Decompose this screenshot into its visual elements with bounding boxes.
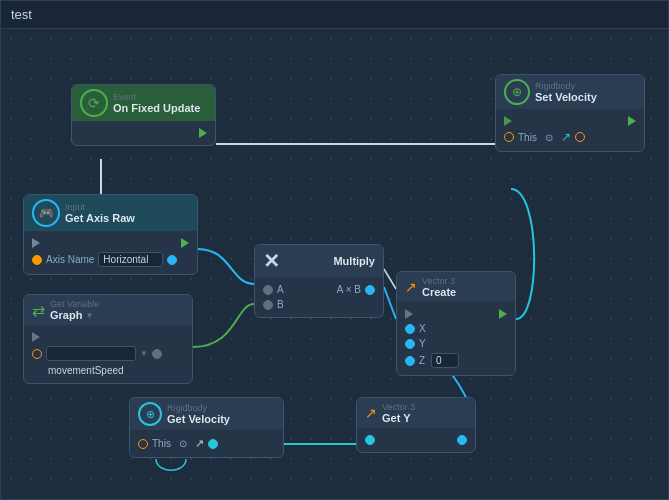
vector3-create-x-label: X xyxy=(419,323,426,334)
set-velocity-this-port-left[interactable] xyxy=(504,132,514,142)
get-variable-body: ▼ movementSpeed xyxy=(24,325,192,383)
node-vector3-gety[interactable]: ↗ Vector 3 Get Y xyxy=(356,397,476,453)
get-velocity-this-row: This ⊙ ↗ xyxy=(138,435,275,452)
fixed-update-exec-row xyxy=(80,126,207,140)
get-y-body xyxy=(357,428,475,452)
node-vector3-create[interactable]: ↗ Vector 3 Create X Y xyxy=(396,271,516,376)
get-velocity-body: This ⊙ ↗ xyxy=(130,430,283,457)
get-y-out-port[interactable] xyxy=(457,435,467,445)
multiply-a-label: A xyxy=(277,284,284,295)
node-multiply[interactable]: ✕ Multiply A A × B B xyxy=(254,244,384,318)
set-velocity-body: This ⊙ ↗ xyxy=(496,109,644,151)
get-variable-value-dropdown[interactable]: ▼ xyxy=(140,349,148,358)
get-variable-header: ⇄ Get Variable Graph ▼ xyxy=(24,295,192,325)
node-get-velocity[interactable]: ⊕ Rigidbody Get Velocity This ⊙ ↗ xyxy=(129,397,284,458)
multiply-b-port[interactable] xyxy=(263,300,273,310)
get-y-icon: ↗ xyxy=(365,405,377,421)
get-variable-value-row: ▼ xyxy=(32,344,184,363)
multiply-title: Multiply xyxy=(333,255,375,267)
get-velocity-title: Get Velocity xyxy=(167,413,230,425)
get-axis-exec-out[interactable] xyxy=(181,238,189,248)
get-variable-value-label: movementSpeed xyxy=(48,365,124,376)
multiply-a-row: A A × B xyxy=(263,282,375,297)
vector3-create-z-row: Z xyxy=(405,351,507,370)
get-axis-name-port-right[interactable] xyxy=(167,255,177,265)
get-y-port-row xyxy=(365,433,467,447)
window: test xyxy=(0,0,669,500)
set-velocity-title: Set Velocity xyxy=(535,91,597,103)
fixed-update-icon: ⟳ xyxy=(80,89,108,117)
get-variable-category: Get Variable xyxy=(50,299,99,309)
vector3-create-x-port[interactable] xyxy=(405,324,415,334)
vector3-create-header: ↗ Vector 3 Create xyxy=(397,272,515,302)
get-axis-header: 🎮 Input Get Axis Raw xyxy=(24,195,197,231)
get-y-title: Get Y xyxy=(382,412,415,424)
set-velocity-this-port-right[interactable] xyxy=(575,132,585,142)
get-axis-name-port[interactable] xyxy=(32,255,42,265)
get-variable-icon: ⇄ xyxy=(32,301,45,320)
vector3-create-y-row: Y xyxy=(405,336,507,351)
set-velocity-icon: ⊕ xyxy=(504,79,530,105)
get-axis-name-label: Axis Name xyxy=(46,254,94,265)
get-variable-exec-row xyxy=(32,330,184,344)
get-velocity-header: ⊕ Rigidbody Get Velocity xyxy=(130,398,283,430)
vector3-create-icon: ↗ xyxy=(405,279,417,295)
title-bar: test xyxy=(1,1,668,29)
fixed-update-exec-out[interactable] xyxy=(199,128,207,138)
node-set-velocity[interactable]: ⊕ Rigidbody Set Velocity This ⊙ ↗ xyxy=(495,74,645,152)
set-velocity-header: ⊕ Rigidbody Set Velocity xyxy=(496,75,644,109)
set-velocity-exec-out[interactable] xyxy=(628,116,636,126)
vector3-create-exec-out[interactable] xyxy=(499,309,507,319)
get-axis-name-row: Axis Name xyxy=(32,250,189,269)
get-variable-dropdown[interactable]: ▼ xyxy=(85,311,93,320)
get-velocity-arrow-icon: ↗ xyxy=(195,437,204,450)
window-title: test xyxy=(11,7,32,22)
get-velocity-category: Rigidbody xyxy=(167,403,230,413)
multiply-icon: ✕ xyxy=(263,249,280,273)
vector3-create-y-label: Y xyxy=(419,338,426,349)
canvas-area[interactable]: ⟳ Event On Fixed Update 🎮 xyxy=(1,29,668,499)
get-velocity-this-port-left[interactable] xyxy=(138,439,148,449)
get-y-category: Vector 3 xyxy=(382,402,415,412)
vector3-create-body: X Y Z xyxy=(397,302,515,375)
vector3-create-z-input[interactable] xyxy=(431,353,459,368)
get-axis-icon: 🎮 xyxy=(32,199,60,227)
node-get-variable[interactable]: ⇄ Get Variable Graph ▼ ▼ xyxy=(23,294,193,384)
multiply-a-port[interactable] xyxy=(263,285,273,295)
set-velocity-this-label: This xyxy=(518,132,537,143)
get-variable-exec-in[interactable] xyxy=(32,332,40,342)
set-velocity-this-dot: ⊙ xyxy=(545,132,553,143)
get-axis-exec-in[interactable] xyxy=(32,238,40,248)
set-velocity-exec-in[interactable] xyxy=(504,116,512,126)
get-axis-body: Axis Name xyxy=(24,231,197,274)
multiply-body: A A × B B xyxy=(255,277,383,317)
get-velocity-out-port[interactable] xyxy=(208,439,218,449)
get-variable-title: Graph xyxy=(50,309,82,321)
node-fixed-update[interactable]: ⟳ Event On Fixed Update xyxy=(71,84,216,146)
vector3-create-z-label: Z xyxy=(419,355,425,366)
get-y-header: ↗ Vector 3 Get Y xyxy=(357,398,475,428)
multiply-ab-label: A × B xyxy=(337,284,361,295)
multiply-b-label: B xyxy=(277,299,284,310)
vector3-create-exec-row xyxy=(405,307,507,321)
get-variable-value-port-right[interactable] xyxy=(152,349,162,359)
set-velocity-this-row: This ⊙ ↗ xyxy=(504,128,636,146)
vector3-create-y-port[interactable] xyxy=(405,339,415,349)
set-velocity-exec-row xyxy=(504,114,636,128)
get-variable-value-port-left[interactable] xyxy=(32,349,42,359)
get-y-in-port[interactable] xyxy=(365,435,375,445)
get-axis-exec-row xyxy=(32,236,189,250)
get-axis-name-input[interactable] xyxy=(98,252,163,267)
vector3-create-exec-in[interactable] xyxy=(405,309,413,319)
vector3-create-z-port[interactable] xyxy=(405,356,415,366)
get-variable-value-input[interactable] xyxy=(46,346,136,361)
get-velocity-this-label: This xyxy=(152,438,171,449)
node-get-axis[interactable]: 🎮 Input Get Axis Raw Axis Name xyxy=(23,194,198,275)
fixed-update-body xyxy=(72,121,215,145)
multiply-ab-port[interactable] xyxy=(365,285,375,295)
node-header-fixed-update: ⟳ Event On Fixed Update xyxy=(72,85,215,121)
fixed-update-category: Event xyxy=(113,92,200,102)
set-velocity-this-arrow: ↗ xyxy=(561,130,571,144)
vector3-create-x-row: X xyxy=(405,321,507,336)
fixed-update-title: On Fixed Update xyxy=(113,102,200,114)
